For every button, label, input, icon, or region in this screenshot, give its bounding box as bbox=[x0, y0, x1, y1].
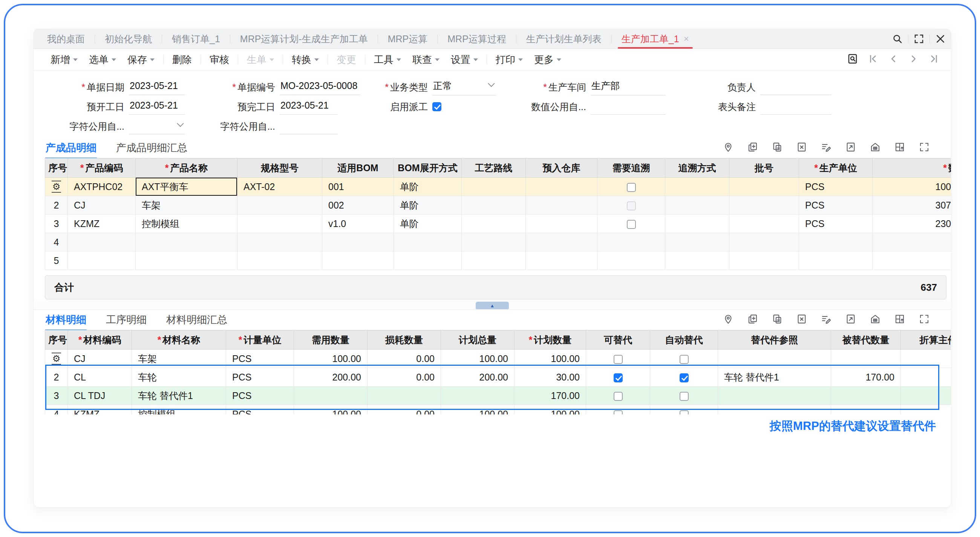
export-icon[interactable] bbox=[845, 313, 856, 326]
cell-batch[interactable] bbox=[729, 196, 799, 215]
cell-required-qty[interactable]: 100.00 bbox=[294, 350, 368, 368]
header-remark-field[interactable] bbox=[760, 99, 832, 115]
cell-bom-mode[interactable]: 单阶 bbox=[394, 178, 462, 196]
cell-route[interactable] bbox=[462, 196, 526, 215]
cell-empty[interactable] bbox=[597, 252, 665, 270]
cell-substituted-qty[interactable]: 170.00 bbox=[831, 368, 901, 387]
batch-edit-icon[interactable] bbox=[821, 313, 832, 326]
export-icon[interactable] bbox=[845, 142, 856, 154]
tab-product-detail[interactable]: 产成品明细 bbox=[46, 141, 97, 155]
cell-product-code[interactable]: AXTPHC02 bbox=[68, 178, 136, 196]
cell-bom[interactable]: 002 bbox=[322, 196, 394, 215]
cell-seq[interactable]: 3 bbox=[45, 387, 68, 405]
delete-doc-icon[interactable] bbox=[796, 313, 807, 326]
cell-auto-substitute[interactable] bbox=[650, 387, 718, 405]
cell-spec[interactable]: AXT-02 bbox=[237, 178, 322, 196]
cell-empty[interactable] bbox=[873, 252, 951, 270]
fullscreen-icon[interactable] bbox=[919, 313, 930, 326]
prev-page-icon[interactable] bbox=[888, 53, 899, 66]
cell-plan-qty[interactable]: 170.00 bbox=[514, 387, 586, 405]
trace-checkbox[interactable] bbox=[627, 220, 636, 229]
cell-substitutable[interactable] bbox=[586, 368, 650, 387]
first-page-icon[interactable] bbox=[867, 53, 878, 66]
cell-spec[interactable] bbox=[237, 215, 322, 233]
cell-bom-mode[interactable]: 单阶 bbox=[394, 196, 462, 215]
add-button[interactable]: 新增 bbox=[45, 53, 83, 66]
auto-substitute-checkbox[interactable] bbox=[679, 410, 689, 414]
cell-auto-substitute[interactable] bbox=[650, 350, 718, 368]
location-icon[interactable] bbox=[722, 142, 734, 154]
cell-substitutable[interactable] bbox=[586, 350, 650, 368]
cell-empty[interactable] bbox=[394, 252, 462, 270]
tab-production-order-1[interactable]: 生产加工单_1 × bbox=[612, 29, 699, 49]
cell-plan-qty[interactable]: 100.00 bbox=[514, 350, 586, 368]
copy-add-icon[interactable] bbox=[747, 313, 758, 326]
cell-empty[interactable] bbox=[729, 233, 799, 252]
paste-icon[interactable] bbox=[772, 142, 783, 154]
cell-plan-qty[interactable]: 100.00 bbox=[514, 405, 586, 415]
cell-substitute-ref[interactable] bbox=[718, 350, 831, 368]
audit-button[interactable]: 审核 bbox=[204, 53, 235, 66]
cell-loss-qty[interactable]: 0.00 bbox=[368, 405, 441, 415]
substitutable-checkbox[interactable] bbox=[614, 392, 623, 401]
cell-product-name[interactable]: AXT平衡车 bbox=[136, 178, 237, 196]
tab-product-summary[interactable]: 产成品明细汇总 bbox=[116, 141, 187, 155]
cell-unit[interactable]: PCS bbox=[799, 196, 873, 215]
cell-product-code[interactable]: CJ bbox=[68, 196, 136, 215]
workshop-field[interactable]: 生产部 bbox=[591, 79, 666, 96]
cell-seq[interactable]: 3 bbox=[45, 215, 68, 233]
cell-required-qty[interactable]: 200.00 bbox=[294, 368, 368, 387]
cell-empty[interactable] bbox=[873, 233, 951, 252]
tab-material-detail[interactable]: 材料明细 bbox=[46, 313, 86, 327]
business-type-select[interactable]: 正常 bbox=[432, 79, 496, 96]
cell-plan-qty[interactable]: 30.00 bbox=[514, 368, 586, 387]
cell-trace[interactable] bbox=[597, 178, 665, 196]
last-page-icon[interactable] bbox=[928, 53, 940, 66]
cell-material-name[interactable]: 车轮 替代件1 bbox=[132, 387, 226, 405]
layout-icon[interactable] bbox=[894, 142, 905, 154]
cell-route[interactable] bbox=[462, 178, 526, 196]
tab-close-icon[interactable]: × bbox=[684, 33, 689, 44]
next-page-icon[interactable] bbox=[908, 53, 919, 66]
cell-material-name[interactable]: 车架 bbox=[132, 350, 226, 368]
tab-material-summary[interactable]: 材料明细汇总 bbox=[166, 313, 227, 327]
close-icon[interactable] bbox=[930, 29, 951, 49]
warehouse-icon[interactable] bbox=[870, 313, 881, 326]
cell-seq[interactable]: 5 bbox=[45, 252, 68, 270]
cell-qty[interactable]: 230.00 bbox=[873, 215, 951, 233]
cell-convert-main[interactable] bbox=[901, 387, 951, 405]
cell-seq[interactable]: 2 bbox=[45, 368, 68, 387]
cell-route[interactable] bbox=[462, 215, 526, 233]
cell-product-name[interactable]: 控制模组 bbox=[136, 215, 237, 233]
cell-convert-main[interactable] bbox=[901, 368, 951, 387]
cell-qty[interactable]: 100.00 bbox=[873, 178, 951, 196]
cell-substitute-ref[interactable] bbox=[718, 387, 831, 405]
substitutable-checkbox[interactable] bbox=[614, 373, 623, 382]
cell-substituted-qty[interactable] bbox=[831, 350, 901, 368]
cell-qty[interactable]: 307.00 bbox=[873, 196, 951, 215]
cell-substitutable[interactable] bbox=[586, 405, 650, 415]
trace-checkbox[interactable] bbox=[627, 183, 636, 192]
cell-product-code[interactable]: KZMZ bbox=[68, 215, 136, 233]
cell-empty[interactable] bbox=[799, 233, 873, 252]
location-icon[interactable] bbox=[722, 313, 734, 326]
cell-bom[interactable]: 001 bbox=[322, 178, 394, 196]
cell-loss-qty[interactable]: 0.00 bbox=[368, 368, 441, 387]
save-button[interactable]: 保存 bbox=[122, 53, 160, 66]
cell-auto-substitute[interactable] bbox=[650, 405, 718, 415]
cell-material-code[interactable]: CJ bbox=[68, 350, 132, 368]
cell-required-qty[interactable]: 100.00 bbox=[294, 405, 368, 415]
order-number-field[interactable]: MO-2023-05-0008 bbox=[280, 80, 360, 95]
tab-mrp-plan-generate[interactable]: MRP运算计划-生成生产加工单 bbox=[230, 29, 378, 49]
cell-substitute-ref[interactable]: 车轮 替代件1 bbox=[718, 368, 831, 387]
cell-empty[interactable] bbox=[665, 233, 729, 252]
char-custom-select[interactable] bbox=[129, 119, 185, 134]
cell-batch[interactable] bbox=[729, 215, 799, 233]
planned-finish-field[interactable]: 2023-05-21 bbox=[280, 99, 338, 115]
tab-process-detail[interactable]: 工序明细 bbox=[106, 313, 146, 327]
cell-substitute-ref[interactable] bbox=[718, 405, 831, 415]
cell-material-code[interactable]: KZMZ bbox=[68, 405, 132, 415]
cell-empty[interactable] bbox=[68, 233, 136, 252]
convert-button[interactable]: 转换 bbox=[286, 53, 325, 66]
cell-batch[interactable] bbox=[729, 178, 799, 196]
